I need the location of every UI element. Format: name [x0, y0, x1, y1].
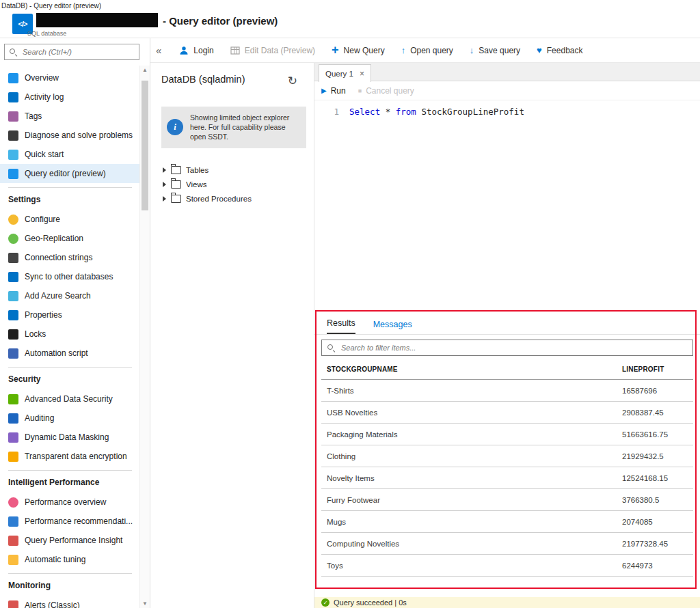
cell-lineprofit: 3766380.5 — [622, 496, 693, 504]
sidebar-item-label: Alerts (Classic) — [25, 600, 80, 608]
sql-keyword: Select — [349, 107, 380, 117]
command-bar: « Login Edit Data (Preview) + New Query … — [150, 38, 700, 63]
sidebar-item-automatic-tuning[interactable]: Automatic tuning — [0, 550, 140, 569]
sidebar-item-geo-replication[interactable]: Geo-Replication — [0, 229, 140, 248]
insight-chart-icon — [8, 536, 18, 546]
sidebar-item-performance-overview[interactable]: Performance overview — [0, 493, 140, 512]
feedback-button[interactable]: ♥ Feedback — [537, 46, 582, 55]
column-header-lineprofit[interactable]: LINEPROFIT — [622, 365, 693, 373]
sidebar-item-dynamic-data-masking[interactable]: Dynamic Data Masking — [0, 428, 140, 447]
tab-results[interactable]: Results — [327, 318, 355, 334]
tree-label: Tables — [186, 166, 208, 174]
query-tab-label: Query 1 — [325, 70, 353, 78]
login-button[interactable]: Login — [179, 46, 213, 55]
scroll-up-icon[interactable]: ▲ — [142, 67, 148, 73]
login-label: Login — [193, 46, 213, 55]
search-icon — [327, 344, 335, 352]
heart-icon: ♥ — [537, 46, 542, 55]
table-row[interactable]: Computing Novelties21977328.45 — [321, 533, 693, 555]
sidebar-item-label: Query Performance Insight — [25, 536, 122, 545]
sidebar-item-label: Automatic tuning — [25, 555, 85, 564]
scrollbar-thumb[interactable] — [142, 81, 148, 210]
table-row[interactable]: USB Novelties2908387.45 — [321, 402, 693, 424]
sidebar-section-settings: Settings — [8, 187, 132, 210]
configure-icon — [8, 215, 18, 225]
database-connection-title: DataDB (sqladmin) — [161, 74, 245, 85]
sidebar-item-label: Connection strings — [25, 253, 92, 262]
tree-label: Stored Procedures — [186, 195, 252, 203]
line-number: 1 — [314, 107, 349, 117]
search-input[interactable] — [21, 47, 134, 57]
sidebar-item-automation-script[interactable]: Automation script — [0, 344, 140, 363]
chevron-right-icon[interactable] — [163, 167, 166, 173]
sidebar-item-sync-databases[interactable]: Sync to other databases — [0, 267, 140, 286]
sidebar-item-advanced-data-security[interactable]: Advanced Data Security — [0, 389, 140, 409]
object-tree: Tables Views Stored Procedures — [163, 163, 252, 206]
sidebar-item-transparent-data-encryption[interactable]: Transparent data encryption — [0, 447, 140, 466]
scroll-down-icon[interactable]: ▼ — [142, 600, 148, 607]
query-tab[interactable]: Query 1 × — [319, 64, 371, 82]
table-row[interactable]: Furry Footwear3766380.5 — [321, 489, 693, 511]
results-pane: Results Messages STOCKGROUPNAME LINEPROF… — [314, 313, 700, 597]
table-row[interactable]: Packaging Materials51663616.75 — [321, 424, 693, 445]
refresh-icon[interactable]: ↻ — [288, 74, 297, 88]
results-filter[interactable] — [321, 340, 693, 356]
sql-operator: * — [386, 107, 391, 117]
sidebar-item-tags[interactable]: Tags — [0, 107, 140, 126]
sql-code-editor[interactable]: 1Select * from StockGroupLineProfit — [314, 100, 700, 312]
new-query-button[interactable]: + New Query — [332, 45, 385, 56]
sidebar-item-query-performance-insight[interactable]: Query Performance Insight — [0, 531, 140, 550]
sidebar-item-activity-log[interactable]: Activity log — [0, 87, 140, 107]
sidebar-item-label: Configure — [25, 215, 60, 224]
new-query-label: New Query — [344, 46, 385, 55]
person-icon — [179, 46, 189, 55]
tree-item-tables[interactable]: Tables — [163, 163, 252, 177]
open-query-button[interactable]: ↑ Open query — [401, 46, 453, 55]
sidebar-item-connection-strings[interactable]: Connection strings — [0, 248, 140, 267]
redacted-database-name — [36, 13, 158, 27]
sidebar-item-label: Advanced Data Security — [25, 394, 113, 404]
sidebar-item-label: Transparent data encryption — [25, 452, 127, 461]
table-row[interactable]: Mugs2074085 — [321, 511, 693, 533]
chevron-right-icon[interactable] — [163, 196, 166, 202]
sidebar-item-configure[interactable]: Configure — [0, 210, 140, 229]
sidebar-item-label: Performance recommendati... — [25, 516, 133, 526]
code-line: 1Select * from StockGroupLineProfit — [314, 100, 700, 117]
sidebar-search[interactable] — [4, 44, 139, 60]
sidebar-item-performance-recommendations[interactable]: Performance recommendati... — [0, 512, 140, 531]
bar-chart-icon — [8, 516, 18, 527]
cell-stockgroupname: Clothing — [321, 452, 622, 460]
table-row[interactable]: Novelty Items12524168.15 — [321, 467, 693, 489]
sidebar-item-label: Quick start — [25, 150, 64, 159]
sidebar-item-locks[interactable]: Locks — [0, 324, 140, 344]
sidebar-item-add-azure-search[interactable]: Add Azure Search — [0, 286, 140, 305]
table-row[interactable]: Clothing21929432.5 — [321, 445, 693, 467]
filter-input[interactable] — [340, 343, 687, 353]
cell-lineprofit: 21929432.5 — [622, 452, 693, 460]
run-button[interactable]: ▶ Run — [321, 86, 346, 96]
collapse-sidebar-icon[interactable]: « — [156, 44, 161, 56]
edit-data-label: Edit Data (Preview) — [245, 46, 315, 55]
save-query-button[interactable]: ↓ Save query — [470, 46, 520, 55]
column-header-stockgroupname[interactable]: STOCKGROUPNAME — [321, 365, 622, 373]
info-icon: i — [167, 119, 183, 135]
tree-item-views[interactable]: Views — [163, 177, 252, 191]
table-row[interactable]: Toys6244973 — [321, 555, 693, 577]
sidebar-item-quick-start[interactable]: Quick start — [0, 145, 140, 164]
sidebar-item-overview[interactable]: Overview — [0, 68, 140, 87]
tab-messages[interactable]: Messages — [373, 320, 412, 334]
chevron-right-icon[interactable] — [163, 182, 166, 187]
sidebar-item-label: Sync to other databases — [25, 272, 113, 281]
sidebar-item-diagnose[interactable]: Diagnose and solve problems — [0, 126, 140, 145]
sidebar-item-label: Overview — [25, 73, 59, 83]
close-tab-icon[interactable]: × — [360, 69, 364, 79]
sidebar-item-properties[interactable]: Properties — [0, 305, 140, 324]
window-titlebar: DataDB) - Query editor (preview) — [0, 0, 700, 11]
table-row[interactable]: T-Shirts16587696 — [321, 380, 693, 402]
sidebar-item-query-editor[interactable]: Query editor (preview) — [0, 164, 140, 183]
cell-lineprofit: 16587696 — [622, 387, 693, 395]
sidebar-item-alerts-classic[interactable]: Alerts (Classic) — [0, 596, 140, 608]
sidebar-item-auditing[interactable]: Auditing — [0, 409, 140, 428]
tree-item-stored-procedures[interactable]: Stored Procedures — [163, 191, 252, 206]
upload-arrow-icon: ↑ — [401, 46, 406, 55]
